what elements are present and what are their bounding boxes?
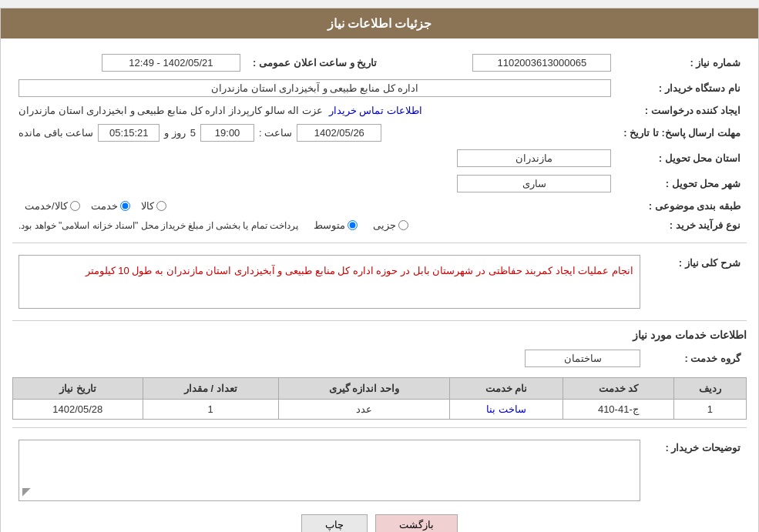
cell-unit: عدد [278, 400, 449, 420]
process-partial-option[interactable]: جزیی [373, 219, 408, 231]
cell-service-code: ج-41-410 [563, 400, 673, 420]
announce-label: تاریخ و ساعت اعلان عمومی : [247, 50, 383, 75]
buyer-notes-label: توضیحات خریدار : [646, 436, 747, 505]
table-row: 1 ج-41-410 ساخت بنا عدد 1 1402/05/28 [13, 400, 747, 420]
category-goods-label: کالا [141, 200, 154, 212]
deadline-remaining-label: ساعت باقی مانده [18, 127, 93, 139]
request-number-value: 1102003613000065 [472, 54, 611, 72]
city-label: شهر محل تحویل : [617, 171, 747, 196]
divider-1 [12, 243, 747, 243]
page-title: جزئیات اطلاعات نیاز [1, 8, 758, 38]
category-label: طبقه بندی موضوعی : [617, 196, 747, 216]
cell-date: 1402/05/28 [13, 400, 143, 420]
category-both-label: کالا/خدمت [25, 200, 68, 212]
deadline-day-label: روز و [164, 127, 186, 139]
category-both-option[interactable]: کالا/خدمت [25, 200, 80, 212]
buttons-row: بازگشت چاپ [12, 514, 747, 532]
cell-quantity: 1 [143, 400, 278, 420]
resize-handle: ◤ [22, 485, 31, 497]
divider-3 [12, 427, 747, 428]
col-date: تاریخ نیاز [13, 378, 143, 400]
category-service-label: خدمت [91, 200, 118, 212]
deadline-time-label: ساعت : [259, 127, 292, 139]
col-unit: واحد اندازه گیری [278, 378, 449, 400]
province-label: استان محل تحویل : [617, 146, 747, 171]
creator-label: ایجاد کننده درخواست : [617, 101, 747, 120]
service-group-label: گروه خدمت : [646, 346, 747, 371]
cell-row-num: 1 [673, 400, 746, 420]
deadline-label: مهلت ارسال پاسخ: تا تاریخ : [617, 120, 747, 146]
process-medium-label: متوسط [314, 219, 345, 231]
deadline-days-value: 5 [190, 127, 196, 139]
announce-value: 1402/05/21 - 12:49 [102, 54, 240, 72]
back-button[interactable]: بازگشت [375, 514, 458, 532]
deadline-remaining: 05:15:21 [98, 124, 160, 142]
services-title: اطلاعات خدمات مورد نیاز [12, 329, 747, 341]
request-number-label: شماره نیاز : [617, 50, 747, 75]
col-quantity: تعداد / مقدار [143, 378, 278, 400]
cell-service-name[interactable]: ساخت بنا [450, 400, 563, 420]
service-group-value: ساختمان [525, 350, 640, 367]
creator-contact-link[interactable]: اطلاعات تماس خریدار [329, 105, 422, 116]
province-value: مازندران [457, 149, 611, 167]
city-value: ساری [457, 175, 611, 192]
process-partial-label: جزیی [373, 219, 396, 231]
buyer-org-value: اداره کل منابع طبیعی و آبخیزداری استان م… [18, 79, 611, 97]
description-label: شرح کلی نیاز : [646, 251, 747, 313]
category-service-option[interactable]: خدمت [91, 200, 130, 212]
services-table: ردیف کد خدمت نام خدمت واحد اندازه گیری ت… [12, 377, 747, 420]
divider-2 [12, 320, 747, 321]
print-button[interactable]: چاپ [301, 514, 368, 532]
description-value: انجام عملیات ایجاد کمربند حفاظتی در شهرس… [18, 255, 640, 309]
buyer-org-label: نام دستگاه خریدار : [617, 75, 747, 101]
deadline-time: 19:00 [200, 124, 254, 142]
category-goods-option[interactable]: کالا [141, 200, 166, 212]
process-note: پرداخت تمام یا بخشی از مبلغ خریداز محل "… [18, 220, 298, 231]
process-label: نوع فرآیند خرید : [617, 216, 747, 235]
col-service-name: نام خدمت [450, 378, 563, 400]
process-medium-option[interactable]: متوسط [314, 219, 358, 231]
col-row-num: ردیف [673, 378, 746, 400]
col-service-code: کد خدمت [563, 378, 673, 400]
buyer-notes-box: ◤ [18, 440, 640, 501]
deadline-date: 1402/05/26 [297, 124, 381, 142]
creator-value: عزت اله سالو کارپرداز اداره کل منابع طبی… [18, 105, 323, 116]
